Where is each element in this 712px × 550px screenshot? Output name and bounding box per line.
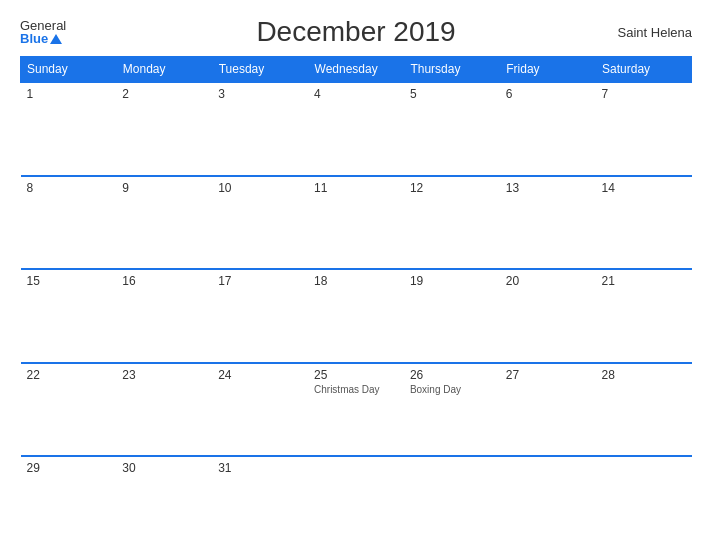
day-number: 14 [602, 181, 686, 195]
calendar-cell: 27 [500, 363, 596, 457]
calendar-cell: 6 [500, 82, 596, 176]
calendar-cell: 22 [21, 363, 117, 457]
calendar-cell: 28 [596, 363, 692, 457]
calendar-week-row: 22232425Christmas Day26Boxing Day2728 [21, 363, 692, 457]
calendar-week-row: 293031 [21, 456, 692, 534]
day-number: 8 [27, 181, 111, 195]
calendar-cell: 12 [404, 176, 500, 270]
day-number: 2 [122, 87, 206, 101]
page-title: December 2019 [256, 16, 455, 48]
weekday-header: Thursday [404, 57, 500, 83]
event-label: Boxing Day [410, 384, 494, 395]
day-number: 24 [218, 368, 302, 382]
calendar-cell: 31 [212, 456, 308, 534]
calendar-cell [308, 456, 404, 534]
day-number: 18 [314, 274, 398, 288]
calendar-table: SundayMondayTuesdayWednesdayThursdayFrid… [20, 56, 692, 534]
day-number: 6 [506, 87, 590, 101]
calendar-week-row: 15161718192021 [21, 269, 692, 363]
calendar-cell: 16 [116, 269, 212, 363]
day-number: 21 [602, 274, 686, 288]
day-number: 11 [314, 181, 398, 195]
calendar-cell [596, 456, 692, 534]
day-number: 12 [410, 181, 494, 195]
day-number: 31 [218, 461, 302, 475]
weekday-header: Tuesday [212, 57, 308, 83]
day-number: 7 [602, 87, 686, 101]
weekday-header: Wednesday [308, 57, 404, 83]
day-number: 30 [122, 461, 206, 475]
calendar-cell: 14 [596, 176, 692, 270]
calendar-cell: 4 [308, 82, 404, 176]
calendar-week-row: 891011121314 [21, 176, 692, 270]
day-number: 13 [506, 181, 590, 195]
weekday-header: Saturday [596, 57, 692, 83]
weekday-header: Monday [116, 57, 212, 83]
logo-triangle-icon [50, 34, 62, 44]
calendar-cell: 26Boxing Day [404, 363, 500, 457]
calendar-cell: 30 [116, 456, 212, 534]
day-number: 22 [27, 368, 111, 382]
day-number: 27 [506, 368, 590, 382]
day-number: 10 [218, 181, 302, 195]
calendar-cell: 8 [21, 176, 117, 270]
calendar-cell [404, 456, 500, 534]
day-number: 3 [218, 87, 302, 101]
calendar-cell: 15 [21, 269, 117, 363]
logo: General Blue [20, 19, 66, 45]
calendar-cell: 17 [212, 269, 308, 363]
day-number: 17 [218, 274, 302, 288]
calendar-cell: 19 [404, 269, 500, 363]
calendar-cell: 7 [596, 82, 692, 176]
calendar-cell: 13 [500, 176, 596, 270]
calendar-cell: 9 [116, 176, 212, 270]
day-number: 15 [27, 274, 111, 288]
calendar-cell: 3 [212, 82, 308, 176]
region-label: Saint Helena [618, 25, 692, 40]
day-number: 1 [27, 87, 111, 101]
calendar-cell: 25Christmas Day [308, 363, 404, 457]
day-number: 28 [602, 368, 686, 382]
calendar-cell: 23 [116, 363, 212, 457]
day-number: 25 [314, 368, 398, 382]
day-number: 26 [410, 368, 494, 382]
day-number: 20 [506, 274, 590, 288]
calendar-cell [500, 456, 596, 534]
calendar-week-row: 1234567 [21, 82, 692, 176]
calendar-cell: 2 [116, 82, 212, 176]
weekday-header: Sunday [21, 57, 117, 83]
weekday-header-row: SundayMondayTuesdayWednesdayThursdayFrid… [21, 57, 692, 83]
calendar-cell: 18 [308, 269, 404, 363]
day-number: 19 [410, 274, 494, 288]
day-number: 23 [122, 368, 206, 382]
event-label: Christmas Day [314, 384, 398, 395]
calendar-header: General Blue December 2019 Saint Helena [20, 16, 692, 48]
day-number: 16 [122, 274, 206, 288]
calendar-cell: 10 [212, 176, 308, 270]
weekday-header: Friday [500, 57, 596, 83]
calendar-cell: 20 [500, 269, 596, 363]
logo-blue-text: Blue [20, 32, 48, 45]
calendar-cell: 24 [212, 363, 308, 457]
calendar-cell: 1 [21, 82, 117, 176]
calendar-cell: 21 [596, 269, 692, 363]
calendar-cell: 5 [404, 82, 500, 176]
calendar-cell: 11 [308, 176, 404, 270]
day-number: 29 [27, 461, 111, 475]
day-number: 9 [122, 181, 206, 195]
calendar-cell: 29 [21, 456, 117, 534]
day-number: 4 [314, 87, 398, 101]
day-number: 5 [410, 87, 494, 101]
